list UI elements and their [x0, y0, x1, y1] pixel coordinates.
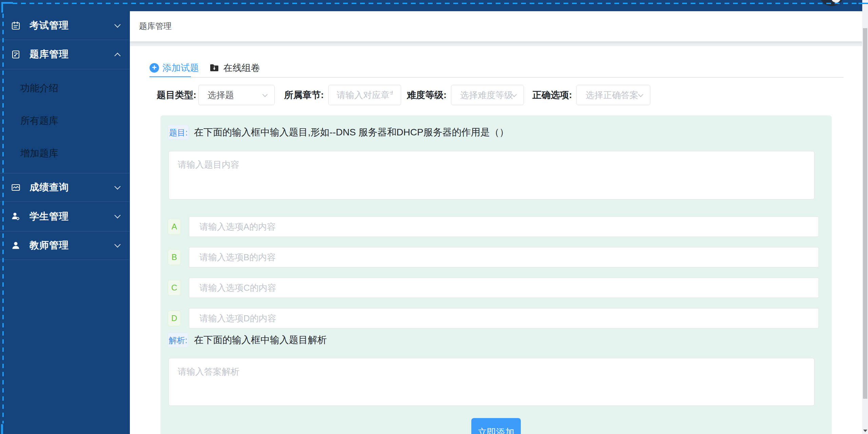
question-content-textarea[interactable] — [169, 151, 814, 200]
sidebar: 考试管理 题库管理 功能介绍 所有题库 增加题库 成绩查询 — [0, 0, 130, 434]
sidebar-item-score-query[interactable]: 成绩查询 — [0, 173, 130, 202]
chevron-down-icon — [114, 183, 120, 189]
sidebar-item-teacher-management[interactable]: 教师管理 — [0, 231, 130, 260]
student-gear-icon — [11, 212, 20, 221]
scrollbar-down-arrow-icon[interactable] — [862, 428, 868, 434]
chevron-down-icon — [114, 241, 120, 247]
breadcrumb: 题库管理 — [139, 11, 172, 41]
correct-option-placeholder: 选择正确答案 — [586, 89, 638, 101]
edit-document-icon — [11, 50, 20, 59]
tab-add-question[interactable]: 添加试题 — [162, 63, 199, 73]
scrollbar-track[interactable] — [862, 0, 868, 434]
option-d-input[interactable] — [189, 308, 819, 328]
sidebar-item-label: 教师管理 — [29, 239, 69, 252]
option-c-chip: C — [168, 280, 181, 296]
sidebar-subitem-all-banks[interactable]: 所有题库 — [0, 105, 130, 137]
breadcrumb-bar: 题库管理 — [130, 11, 862, 41]
sidebar-subitem-feature-intro[interactable]: 功能介绍 — [0, 72, 130, 105]
main-content: 题库管理 + 添加试题 在线组卷 题目类型: 选择题 所属章节: 难度等级: 选… — [130, 0, 862, 434]
analysis-textarea[interactable] — [169, 358, 814, 406]
chapter-input[interactable] — [328, 85, 401, 105]
chevron-down-icon — [114, 212, 120, 218]
option-b-input[interactable] — [189, 247, 819, 267]
option-c-input[interactable] — [189, 278, 819, 298]
question-type-value: 选择题 — [208, 89, 234, 101]
chevron-down-icon — [638, 92, 644, 97]
difficulty-placeholder: 选择难度等级 — [460, 89, 513, 101]
sidebar-item-exam-management[interactable]: 考试管理 — [0, 11, 130, 40]
chevron-down-icon — [262, 92, 268, 97]
difficulty-label: 难度等级: — [407, 85, 447, 105]
question-type-label: 题目类型: — [157, 85, 196, 105]
scoreboard-icon — [11, 183, 20, 192]
chapter-label: 所属章节: — [284, 85, 324, 105]
analysis-hint: 在下面的输入框中输入题目解析 — [194, 333, 327, 347]
folder-download-icon — [210, 63, 219, 72]
clipboard-icon — [11, 21, 20, 30]
correct-option-label: 正确选项: — [532, 85, 572, 105]
scrollbar-thumb[interactable] — [863, 28, 867, 399]
divider — [0, 260, 130, 260]
correct-option-select[interactable]: 选择正确答案 — [576, 85, 650, 105]
tab-online-paper[interactable]: 在线组卷 — [223, 63, 260, 73]
question-tag: 题目: — [168, 125, 189, 140]
option-a-chip: A — [168, 219, 181, 234]
divider — [0, 69, 130, 69]
sidebar-item-label: 题库管理 — [29, 48, 69, 61]
option-d-chip: D — [168, 310, 181, 326]
sidebar-item-question-bank[interactable]: 题库管理 — [0, 40, 130, 69]
option-a-input[interactable] — [189, 216, 819, 237]
question-hint: 在下面的输入框中输入题目,形如--DNS 服务器和DHCP服务器的作用是（） — [194, 125, 509, 140]
sidebar-subitem-add-bank[interactable]: 增加题库 — [0, 137, 130, 170]
sidebar-item-label: 考试管理 — [29, 19, 69, 32]
option-b-chip: B — [168, 249, 181, 265]
question-type-select[interactable]: 选择题 — [198, 85, 275, 105]
analysis-tag: 解析: — [168, 333, 188, 347]
sidebar-item-student-management[interactable]: 学生管理 — [0, 202, 130, 231]
chevron-down-icon — [114, 21, 120, 27]
teacher-icon — [11, 241, 20, 250]
sidebar-item-label: 成绩查询 — [29, 181, 69, 194]
difficulty-select[interactable]: 选择难度等级 — [451, 85, 524, 105]
plus-circle-icon: + — [150, 63, 159, 73]
submit-button[interactable]: 立即添加 — [471, 418, 521, 434]
sidebar-item-label: 学生管理 — [29, 210, 69, 223]
top-header — [0, 0, 868, 11]
chevron-up-icon — [114, 53, 120, 59]
tab-border — [150, 77, 844, 78]
